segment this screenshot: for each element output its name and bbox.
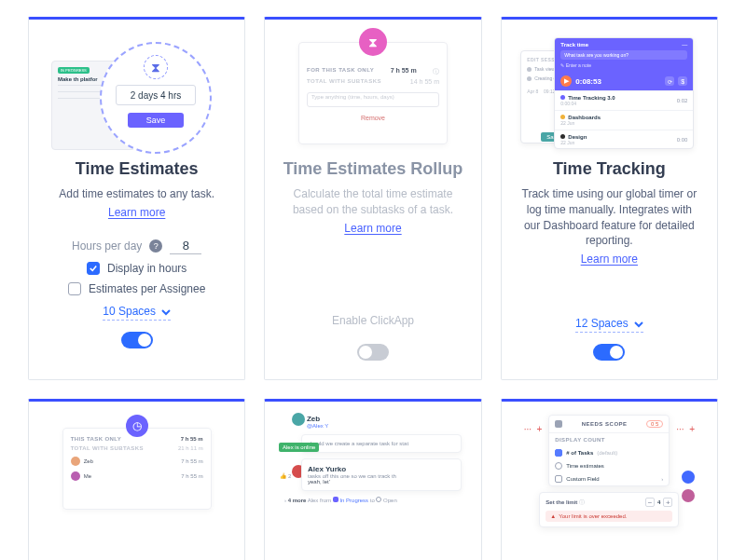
checkbox-icon <box>68 282 81 295</box>
checkbox-label: Display in hours <box>107 262 186 275</box>
help-icon[interactable]: ? <box>149 239 162 253</box>
card-title: Time Estimates <box>76 159 199 179</box>
mock-save-button: Save <box>128 113 184 128</box>
status-pill: IN PROGRESS <box>58 67 90 74</box>
preview-time-tracking: EDIT SESSION Task view Creating chi Apr … <box>518 33 700 154</box>
learn-more-link[interactable]: Learn more <box>581 253 638 266</box>
warning-banner: ▲Your limit is over exceeded. <box>546 511 672 522</box>
hours-per-day-row: Hours per day ? <box>72 238 201 254</box>
preview-row2c: ··· + ··· + NEEDS SCOPE0 5 DISPLAY COUNT… <box>518 415 700 527</box>
card-row2-a: ◷ THIS TASK ONLY7 h 55 m TOTAL WITH SUBT… <box>28 399 245 560</box>
card-description: Calculate the total time estimate based … <box>282 186 463 218</box>
preview-time-estimates: IN PROGRESS Make th platfor ⧗ 2 days 4 h… <box>46 33 228 154</box>
card-title: Time Tracking <box>553 159 666 179</box>
mock-timer-popup: Track time— What task are you working on… <box>554 37 694 149</box>
spaces-label: 10 Spaces <box>103 305 156 318</box>
learn-more-link[interactable]: Learn more <box>108 206 165 219</box>
card-row2-b: Zeb @Alex Y Alex is online should we cre… <box>264 399 481 560</box>
hours-per-day-label: Hours per day <box>72 239 142 253</box>
estimates-per-assignee-checkbox[interactable]: Estimates per Assignee <box>68 282 205 295</box>
checkbox-icon <box>87 262 100 275</box>
preview-row2b: Zeb @Alex Y Alex is online should we cre… <box>282 415 463 503</box>
enable-clickapp-label: Enable ClickApp <box>332 314 414 327</box>
avatar <box>682 489 695 502</box>
enable-toggle[interactable] <box>121 332 153 348</box>
plus-icon: ··· + <box>524 424 543 434</box>
mock-input: Type anything (time, hours, days) <box>307 92 439 107</box>
clickapps-page: IN PROGRESS Make th platfor ⧗ 2 days 4 h… <box>0 0 746 560</box>
spaces-label: 12 Spaces <box>575 317 629 330</box>
spaces-dropdown[interactable]: 10 Spaces <box>103 305 171 321</box>
chevron-down-icon <box>634 319 643 328</box>
online-badge: Alex is online <box>279 443 319 452</box>
enable-toggle[interactable] <box>357 344 389 361</box>
avatar <box>292 413 305 426</box>
zoom-circle: ⧗ 2 days 4 hrs Save <box>100 42 212 154</box>
card-description: Track time using our global timer or log… <box>518 186 700 249</box>
avatar <box>682 471 695 484</box>
minus-button: − <box>645 498 655 507</box>
hourglass-icon: ⧗ <box>144 55 168 79</box>
timer-value: 0:08:53 <box>575 77 601 86</box>
spaces-dropdown[interactable]: 12 Spaces <box>575 317 643 333</box>
card-time-estimates-rollup: ⧗ FOR THIS TASK ONLY7 h 55 mⓘ TOTAL WITH… <box>264 17 481 380</box>
rollup-icon: ⧗ <box>359 28 387 56</box>
learn-more-link[interactable]: Learn more <box>344 222 401 235</box>
time-estimate-field: 2 days 4 hrs <box>116 85 196 105</box>
remove-link: Remove <box>307 115 439 121</box>
preview-rollup: ⧗ FOR THIS TASK ONLY7 h 55 mⓘ TOTAL WITH… <box>282 33 463 154</box>
card-description: Add time estimates to any task. <box>59 186 214 202</box>
warning-icon: ▲ <box>550 513 556 519</box>
thumbs-up-icon: 👍 2 <box>280 472 291 479</box>
hours-per-day-input[interactable] <box>170 238 201 254</box>
chevron-down-icon <box>161 307 171 316</box>
clock-icon: ◷ <box>126 415 148 437</box>
card-row2-c: ··· + ··· + NEEDS SCOPE0 5 DISPLAY COUNT… <box>501 399 718 560</box>
preview-row2a: ◷ THIS TASK ONLY7 h 55 m TOTAL WITH SUBT… <box>46 415 228 510</box>
card-grid: IN PROGRESS Make th platfor ⧗ 2 days 4 h… <box>28 17 718 560</box>
checkbox-label: Estimates per Assignee <box>89 282 205 295</box>
more-activity: › 4 more Alex from In Progress to Open <box>284 497 462 503</box>
record-icon: ▶ <box>560 75 572 87</box>
card-title: Time Estimates Rollup <box>283 159 463 179</box>
plus-icon: ··· + <box>676 424 695 434</box>
display-in-hours-checkbox[interactable]: Display in hours <box>87 262 186 275</box>
card-time-estimates: IN PROGRESS Make th platfor ⧗ 2 days 4 h… <box>28 17 245 380</box>
enable-toggle[interactable] <box>593 344 625 361</box>
card-time-tracking: EDIT SESSION Task view Creating chi Apr … <box>501 17 718 380</box>
plus-button: + <box>663 498 672 507</box>
